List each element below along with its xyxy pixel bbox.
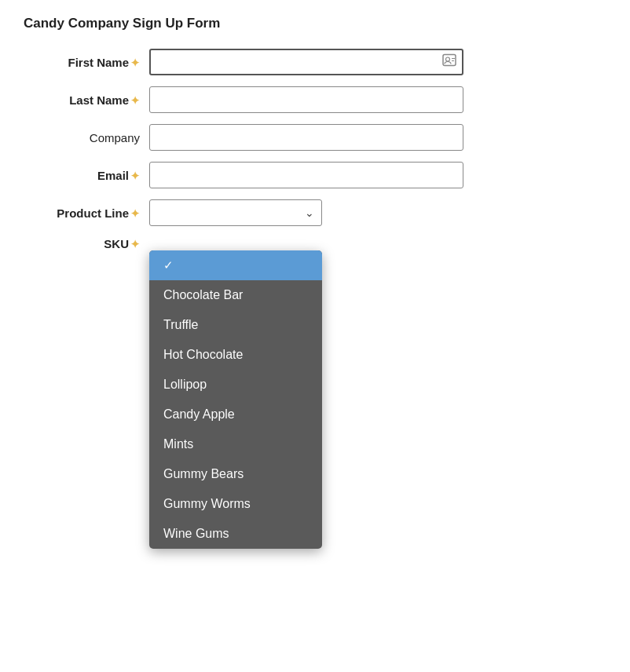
last-name-label: Last Name✦ [24, 93, 149, 107]
svg-point-1 [446, 57, 450, 61]
last-name-input[interactable] [149, 86, 463, 113]
sku-required: ✦ [130, 238, 140, 250]
first-name-input-wrapper [149, 49, 463, 75]
last-name-row: Last Name✦ [24, 86, 606, 113]
company-label: Company [24, 131, 149, 144]
product-line-label: Product Line✦ [24, 206, 149, 220]
sku-row: SKU✦ ✓ Chocolate Bar Truffle Hot Chocola… [24, 237, 606, 250]
email-row: Email✦ [24, 162, 606, 188]
sku-label: SKU✦ [24, 237, 149, 250]
product-line-required: ✦ [130, 207, 140, 220]
first-name-row: First Name✦ [24, 49, 606, 75]
dropdown-item-gummy-worms[interactable]: Gummy Worms [149, 489, 322, 519]
email-label: Email✦ [24, 169, 149, 182]
sku-dropdown: ✓ Chocolate Bar Truffle Hot Chocolate Lo… [149, 250, 322, 549]
dropdown-item-truffle[interactable]: Truffle [149, 310, 322, 340]
dropdown-item-mints[interactable]: Mints [149, 429, 322, 459]
email-required: ✦ [130, 170, 140, 182]
dropdown-item-candy-apple[interactable]: Candy Apple [149, 400, 322, 429]
dropdown-item-chocolate-bar[interactable]: Chocolate Bar [149, 280, 322, 310]
dropdown-item-hot-chocolate[interactable]: Hot Chocolate [149, 340, 322, 370]
product-line-row: Product Line✦ Chocolate Bar Truffle Hot … [24, 199, 606, 226]
form-title: Candy Company Sign Up Form [24, 16, 606, 31]
email-input[interactable] [149, 162, 463, 188]
product-line-select[interactable]: Chocolate Bar Truffle Hot Chocolate Loll… [149, 199, 322, 226]
last-name-required: ✦ [130, 94, 140, 107]
dropdown-item-gummy-bears[interactable]: Gummy Bears [149, 459, 322, 489]
first-name-required: ✦ [130, 57, 140, 69]
checkmark-icon: ✓ [163, 258, 174, 272]
dropdown-item-empty[interactable]: ✓ [149, 250, 322, 280]
first-name-label: First Name✦ [24, 56, 149, 69]
dropdown-item-lollipop[interactable]: Lollipop [149, 370, 322, 400]
contact-icon [441, 53, 457, 72]
product-line-select-wrapper: Chocolate Bar Truffle Hot Chocolate Loll… [149, 199, 322, 226]
company-row: Company [24, 124, 606, 151]
first-name-input[interactable] [149, 49, 463, 75]
dropdown-item-wine-gums[interactable]: Wine Gums [149, 519, 322, 549]
company-input[interactable] [149, 124, 463, 151]
